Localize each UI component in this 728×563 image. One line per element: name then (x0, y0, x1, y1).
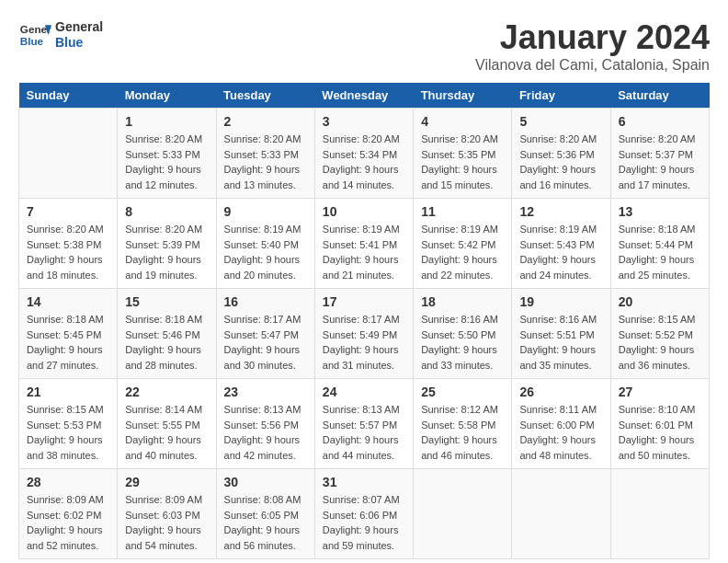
day-info: Sunrise: 8:10 AMSunset: 6:01 PMDaylight:… (619, 402, 701, 463)
day-info: Sunrise: 8:19 AMSunset: 5:43 PMDaylight:… (519, 222, 602, 282)
day-number: 20 (619, 294, 701, 309)
calendar-cell: 27Sunrise: 8:10 AMSunset: 6:01 PMDayligh… (610, 379, 709, 469)
day-number: 8 (125, 204, 208, 219)
day-number: 12 (519, 204, 602, 219)
calendar-cell: 18Sunrise: 8:16 AMSunset: 5:50 PMDayligh… (414, 289, 512, 379)
day-number: 19 (519, 294, 602, 309)
day-number: 15 (125, 294, 208, 309)
calendar-cell: 3Sunrise: 8:20 AMSunset: 5:34 PMDaylight… (314, 109, 413, 199)
day-info: Sunrise: 8:15 AMSunset: 5:52 PMDaylight:… (619, 312, 701, 373)
calendar-cell: 8Sunrise: 8:20 AMSunset: 5:39 PMDaylight… (118, 199, 216, 289)
day-info: Sunrise: 8:18 AMSunset: 5:44 PMDaylight:… (619, 222, 701, 282)
day-number: 21 (27, 385, 109, 399)
weekday-header-saturday: Saturday (610, 83, 709, 109)
svg-text:Blue: Blue (20, 35, 44, 47)
day-info: Sunrise: 8:20 AMSunset: 5:35 PMDaylight:… (421, 132, 504, 192)
weekday-header-friday: Friday (512, 83, 610, 109)
day-info: Sunrise: 8:20 AMSunset: 5:34 PMDaylight:… (323, 132, 405, 192)
day-info: Sunrise: 8:17 AMSunset: 5:47 PMDaylight:… (224, 312, 307, 373)
day-info: Sunrise: 8:13 AMSunset: 5:56 PMDaylight:… (224, 402, 307, 463)
calendar-cell: 17Sunrise: 8:17 AMSunset: 5:49 PMDayligh… (314, 289, 413, 379)
month-title: January 2024 (475, 18, 710, 57)
calendar-cell: 11Sunrise: 8:19 AMSunset: 5:42 PMDayligh… (414, 199, 512, 289)
day-number: 29 (125, 475, 208, 489)
day-number: 4 (421, 114, 504, 129)
calendar-cell (610, 469, 709, 559)
day-number: 25 (421, 385, 504, 399)
day-info: Sunrise: 8:13 AMSunset: 5:57 PMDaylight:… (323, 402, 405, 463)
day-number: 2 (224, 114, 307, 129)
day-number: 26 (519, 385, 602, 399)
day-info: Sunrise: 8:19 AMSunset: 5:42 PMDaylight:… (421, 222, 504, 282)
day-number: 10 (323, 204, 405, 219)
day-info: Sunrise: 8:20 AMSunset: 5:36 PMDaylight:… (519, 132, 602, 192)
calendar-cell: 28Sunrise: 8:09 AMSunset: 6:02 PMDayligh… (19, 469, 118, 559)
calendar-cell: 2Sunrise: 8:20 AMSunset: 5:33 PMDaylight… (216, 109, 314, 199)
day-info: Sunrise: 8:20 AMSunset: 5:38 PMDaylight:… (27, 222, 109, 282)
logo-blue: Blue (55, 35, 103, 51)
calendar-table: SundayMondayTuesdayWednesdayThursdayFrid… (18, 83, 710, 559)
calendar-cell (19, 109, 118, 199)
calendar-cell: 31Sunrise: 8:07 AMSunset: 6:06 PMDayligh… (314, 469, 413, 559)
page-header: General Blue General Blue January 2024 V… (18, 18, 710, 74)
calendar-cell: 12Sunrise: 8:19 AMSunset: 5:43 PMDayligh… (512, 199, 610, 289)
calendar-cell: 26Sunrise: 8:11 AMSunset: 6:00 PMDayligh… (512, 379, 610, 469)
weekday-header-thursday: Thursday (414, 83, 512, 109)
day-info: Sunrise: 8:15 AMSunset: 5:53 PMDaylight:… (27, 402, 109, 463)
calendar-cell: 16Sunrise: 8:17 AMSunset: 5:47 PMDayligh… (216, 289, 314, 379)
day-info: Sunrise: 8:20 AMSunset: 5:33 PMDaylight:… (125, 132, 208, 192)
day-number: 31 (323, 475, 405, 489)
day-number: 13 (619, 204, 701, 219)
logo: General Blue General Blue (18, 18, 103, 52)
calendar-cell: 6Sunrise: 8:20 AMSunset: 5:37 PMDaylight… (610, 109, 709, 199)
day-number: 23 (224, 385, 307, 399)
day-info: Sunrise: 8:14 AMSunset: 5:55 PMDaylight:… (125, 402, 208, 463)
calendar-cell: 22Sunrise: 8:14 AMSunset: 5:55 PMDayligh… (118, 379, 216, 469)
calendar-cell: 4Sunrise: 8:20 AMSunset: 5:35 PMDaylight… (414, 109, 512, 199)
calendar-cell: 24Sunrise: 8:13 AMSunset: 5:57 PMDayligh… (314, 379, 413, 469)
calendar-cell: 21Sunrise: 8:15 AMSunset: 5:53 PMDayligh… (19, 379, 118, 469)
logo-icon: General Blue (18, 18, 51, 52)
calendar-cell: 1Sunrise: 8:20 AMSunset: 5:33 PMDaylight… (118, 109, 216, 199)
day-number: 5 (519, 114, 602, 129)
day-number: 9 (224, 204, 307, 219)
calendar-cell: 9Sunrise: 8:19 AMSunset: 5:40 PMDaylight… (216, 199, 314, 289)
calendar-cell: 14Sunrise: 8:18 AMSunset: 5:45 PMDayligh… (19, 289, 118, 379)
calendar-cell: 30Sunrise: 8:08 AMSunset: 6:05 PMDayligh… (216, 469, 314, 559)
location-subtitle: Vilanova del Cami, Catalonia, Spain (475, 57, 710, 74)
calendar-cell: 15Sunrise: 8:18 AMSunset: 5:46 PMDayligh… (118, 289, 216, 379)
day-info: Sunrise: 8:11 AMSunset: 6:00 PMDaylight:… (519, 402, 602, 463)
day-number: 17 (323, 294, 405, 309)
calendar-cell: 20Sunrise: 8:15 AMSunset: 5:52 PMDayligh… (610, 289, 709, 379)
day-number: 30 (224, 475, 307, 489)
calendar-cell: 25Sunrise: 8:12 AMSunset: 5:58 PMDayligh… (414, 379, 512, 469)
day-number: 6 (619, 114, 701, 129)
day-info: Sunrise: 8:18 AMSunset: 5:45 PMDaylight:… (27, 312, 109, 373)
day-number: 28 (27, 475, 109, 489)
day-number: 11 (421, 204, 504, 219)
day-number: 16 (224, 294, 307, 309)
weekday-header-monday: Monday (118, 83, 216, 109)
calendar-cell: 29Sunrise: 8:09 AMSunset: 6:03 PMDayligh… (118, 469, 216, 559)
day-number: 24 (323, 385, 405, 399)
calendar-cell: 19Sunrise: 8:16 AMSunset: 5:51 PMDayligh… (512, 289, 610, 379)
calendar-cell: 13Sunrise: 8:18 AMSunset: 5:44 PMDayligh… (610, 199, 709, 289)
title-block: January 2024 Vilanova del Cami, Cataloni… (475, 18, 710, 74)
weekday-header-wednesday: Wednesday (314, 83, 413, 109)
day-number: 22 (125, 385, 208, 399)
weekday-header-sunday: Sunday (19, 83, 118, 109)
day-info: Sunrise: 8:16 AMSunset: 5:50 PMDaylight:… (421, 312, 504, 373)
calendar-cell: 7Sunrise: 8:20 AMSunset: 5:38 PMDaylight… (19, 199, 118, 289)
day-info: Sunrise: 8:20 AMSunset: 5:33 PMDaylight:… (224, 132, 307, 192)
weekday-header-tuesday: Tuesday (216, 83, 314, 109)
day-info: Sunrise: 8:09 AMSunset: 6:02 PMDaylight:… (27, 492, 109, 553)
day-info: Sunrise: 8:12 AMSunset: 5:58 PMDaylight:… (421, 402, 504, 463)
day-number: 27 (619, 385, 701, 399)
day-info: Sunrise: 8:20 AMSunset: 5:37 PMDaylight:… (619, 132, 701, 192)
day-number: 18 (421, 294, 504, 309)
day-info: Sunrise: 8:09 AMSunset: 6:03 PMDaylight:… (125, 492, 208, 553)
calendar-cell: 5Sunrise: 8:20 AMSunset: 5:36 PMDaylight… (512, 109, 610, 199)
day-info: Sunrise: 8:20 AMSunset: 5:39 PMDaylight:… (125, 222, 208, 282)
day-info: Sunrise: 8:16 AMSunset: 5:51 PMDaylight:… (519, 312, 602, 373)
day-number: 14 (27, 294, 109, 309)
